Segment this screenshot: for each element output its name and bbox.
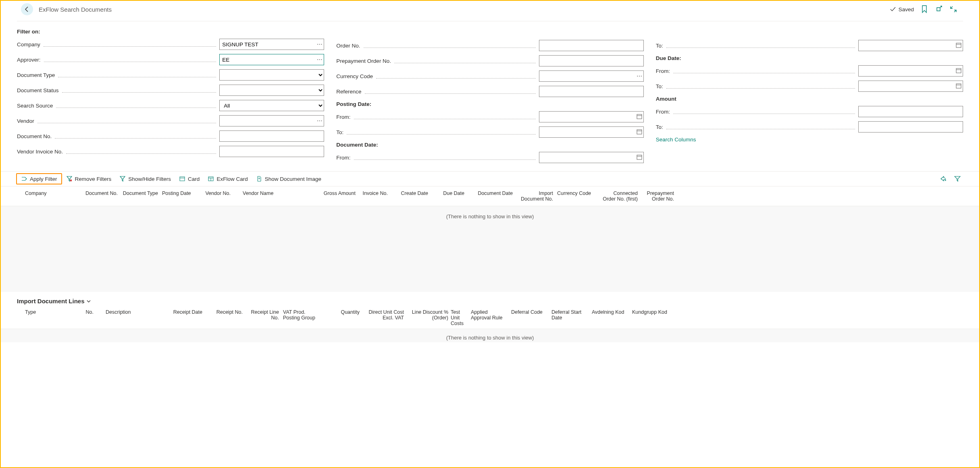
lcol-receipt-date[interactable]: Receipt Date [158, 309, 202, 326]
filter-pane-button[interactable] [953, 175, 961, 183]
amount-from-input[interactable] [858, 106, 963, 117]
due-date-from-label: From: [656, 68, 670, 74]
vendor-input[interactable] [219, 115, 324, 126]
document-date-to-input[interactable] [858, 40, 963, 51]
vendor-lookup-button[interactable]: ⋯ [317, 118, 323, 124]
posting-date-from-label: From: [336, 114, 350, 120]
show-hide-filters-button[interactable]: Show/Hide Filters [115, 172, 175, 186]
col-currency-code[interactable]: Currency Code [553, 191, 593, 202]
col-vendor-no[interactable]: Vendor No. [194, 191, 231, 202]
col-gross-amount[interactable]: Gross Amount [311, 191, 356, 202]
company-lookup-button[interactable]: ⋯ [317, 41, 323, 47]
company-input[interactable] [219, 39, 324, 50]
posting-date-label: Posting Date: [336, 101, 371, 107]
col-posting-date[interactable]: Posting Date [158, 191, 194, 202]
col-invoice-no[interactable]: Invoice No. [356, 191, 388, 202]
posting-date-to-datepicker[interactable] [637, 129, 642, 135]
prepayment-order-no-input[interactable] [539, 55, 644, 66]
popout-icon [935, 6, 943, 13]
saved-indicator: Saved [890, 6, 914, 12]
exflow-card-label: ExFlow Card [216, 176, 248, 182]
amount-from-label: From: [656, 109, 670, 115]
grid-header: Company Document No. Document Type Posti… [1, 186, 979, 206]
exflow-card-button[interactable]: ExFlow Card [204, 172, 252, 186]
currency-code-lookup-button[interactable]: ⋯ [637, 73, 642, 79]
remove-filters-button[interactable]: Remove Filters [62, 172, 116, 186]
due-date-to-datepicker[interactable] [956, 83, 961, 89]
lcol-receipt-no[interactable]: Receipt No. [202, 309, 243, 326]
col-create-date[interactable]: Create Date [388, 191, 428, 202]
col-document-type[interactable]: Document Type [118, 191, 158, 202]
show-document-image-button[interactable]: Show Document Image [252, 172, 325, 186]
document-type-select[interactable] [219, 69, 324, 81]
lcol-type[interactable]: Type [25, 309, 61, 326]
reference-input[interactable] [539, 86, 644, 97]
document-type-label: Document Type [17, 72, 55, 78]
lcol-quantity[interactable]: Quantity [319, 309, 360, 326]
col-prepayment-order-no[interactable]: Prepayment Order No. [638, 191, 674, 202]
lcol-direct-unit-cost[interactable]: Direct Unit Cost Excl. VAT [360, 309, 404, 326]
col-connected-order-no[interactable]: Connected Order No. (first) [593, 191, 638, 202]
col-company[interactable]: Company [25, 191, 77, 202]
posting-date-from-input[interactable] [539, 111, 644, 122]
lcol-deferral-start-date[interactable]: Deferral Start Date [549, 309, 589, 326]
document-date-from-label: From: [336, 155, 350, 161]
due-date-to-input[interactable] [858, 81, 963, 92]
lcol-test-unit-costs[interactable]: Test Unit Costs [448, 309, 468, 326]
calendar-icon [637, 114, 642, 119]
document-date-from-input[interactable] [539, 152, 644, 163]
document-no-label: Document No. [17, 133, 52, 139]
amount-to-input[interactable] [858, 121, 963, 133]
posting-date-from-datepicker[interactable] [637, 114, 642, 120]
order-no-input[interactable] [539, 40, 644, 51]
share-button[interactable] [939, 175, 947, 183]
amount-to-label: To: [656, 124, 663, 130]
lcol-description[interactable]: Description [94, 309, 158, 326]
col-import-document-no[interactable]: Import Document No. [513, 191, 553, 202]
lines-header: Type No. Description Receipt Date Receip… [1, 307, 979, 329]
document-status-select[interactable] [219, 85, 324, 96]
document-no-input[interactable] [219, 130, 324, 142]
search-columns-link[interactable]: Search Columns [656, 137, 696, 143]
calendar-icon [637, 154, 642, 160]
search-source-select[interactable]: All [219, 100, 324, 111]
currency-code-input[interactable] [539, 70, 644, 82]
document-date-from-datepicker[interactable] [637, 154, 642, 161]
approver-lookup-button[interactable]: ⋯ [317, 57, 323, 62]
approver-input[interactable] [219, 54, 324, 65]
posting-date-to-input[interactable] [539, 126, 644, 138]
document-date-to-datepicker[interactable] [956, 42, 961, 49]
filter-icon [954, 176, 961, 182]
vendor-label: Vendor [17, 118, 34, 124]
import-document-lines-header[interactable]: Import Document Lines [1, 292, 979, 307]
exflow-card-icon [208, 176, 214, 182]
bookmark-button[interactable] [920, 5, 928, 13]
remove-filters-label: Remove Filters [75, 176, 112, 182]
lcol-vat-prod[interactable]: VAT Prod. Posting Group [279, 309, 319, 326]
lcol-no[interactable]: No. [61, 309, 94, 326]
lcol-kundgrupp-kod[interactable]: Kundgrupp Kod [630, 309, 670, 326]
card-label: Card [188, 176, 200, 182]
card-button[interactable]: Card [175, 172, 204, 186]
popout-button[interactable] [935, 5, 943, 13]
document-image-icon [256, 176, 262, 182]
remove-filter-icon [66, 176, 73, 182]
lcol-avdelning-kod[interactable]: Avdelning Kod [589, 309, 630, 326]
lcol-applied-approval-rule[interactable]: Applied Approval Rule [468, 309, 509, 326]
calendar-icon [956, 68, 961, 73]
col-document-date[interactable]: Document Date [464, 191, 513, 202]
lcol-deferral-code[interactable]: Deferral Code [509, 309, 549, 326]
due-date-from-datepicker[interactable] [956, 68, 961, 74]
due-date-label: Due Date: [656, 55, 681, 61]
lcol-line-discount[interactable]: Line Discount % (Order) [404, 309, 448, 326]
col-vendor-name[interactable]: Vendor Name [231, 191, 311, 202]
svg-rect-10 [956, 84, 961, 88]
due-date-from-input[interactable] [858, 65, 963, 77]
back-button[interactable] [21, 3, 33, 15]
vendor-invoice-no-input[interactable] [219, 146, 324, 157]
apply-filter-button[interactable]: Apply Filter [16, 173, 62, 184]
collapse-button[interactable] [949, 5, 957, 13]
lcol-receipt-line-no[interactable]: Receipt Line No. [243, 309, 279, 326]
col-document-no[interactable]: Document No. [77, 191, 118, 202]
col-due-date[interactable]: Due Date [428, 191, 464, 202]
